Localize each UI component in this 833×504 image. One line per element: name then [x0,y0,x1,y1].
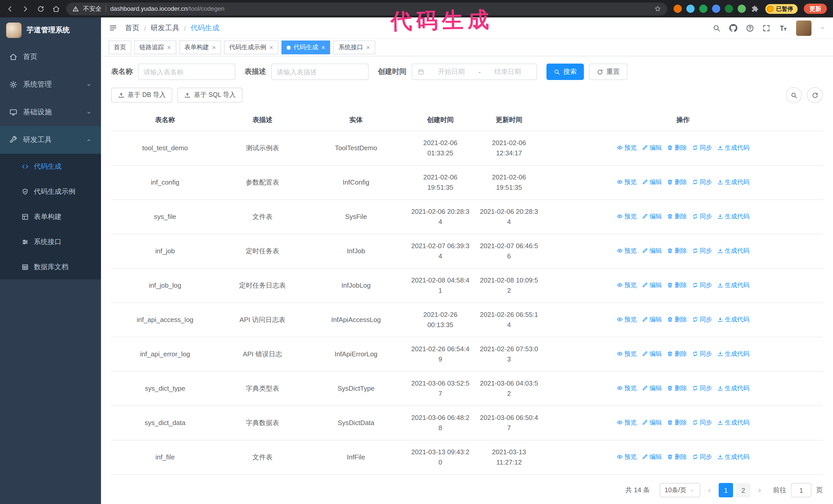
row-action-preview[interactable]: 预览 [617,246,637,256]
row-action-delete[interactable]: 删除 [667,280,687,290]
row-action-preview[interactable]: 预览 [617,417,637,428]
user-avatar[interactable] [796,20,811,35]
table-name-input[interactable] [138,64,235,80]
sidebar-item-system[interactable]: 系统管理 [0,71,101,98]
breadcrumb-item[interactable]: 首页 [125,23,139,32]
refresh-table-button[interactable] [807,87,823,103]
row-action-preview[interactable]: 预览 [617,143,637,153]
tab-home[interactable]: 首页 [109,41,131,54]
page-button-1[interactable]: 1 [719,483,733,497]
extension-icon[interactable] [712,5,720,13]
row-action-edit[interactable]: 编辑 [642,349,662,359]
row-action-sync[interactable]: 同步 [692,349,712,359]
row-action-edit[interactable]: 编辑 [642,452,662,462]
sidebar-subitem-system-api[interactable]: 系统接口 [0,229,101,254]
puzzle-extension-icon[interactable] [751,4,759,13]
tab-form-builder[interactable]: 表单构建× [179,41,221,54]
tab-codegen[interactable]: 代码生成× [281,41,330,54]
table-desc-input[interactable] [271,64,368,80]
sidebar-subitem-db-doc[interactable]: 数据库文档 [0,254,101,280]
sidebar-subitem-form-builder[interactable]: 表单构建 [0,204,101,229]
tab-close-icon[interactable]: × [366,44,370,51]
header-search-icon[interactable] [713,24,721,32]
sidebar-subitem-codegen[interactable]: 代码生成 [0,154,101,179]
row-action-sync[interactable]: 同步 [692,280,712,290]
extension-icon[interactable] [686,5,695,13]
page-button-2[interactable]: 2 [736,483,751,497]
import-sql-button[interactable]: 基于 SQL 导入 [177,88,242,102]
row-action-generate[interactable]: 生成代码 [717,211,749,221]
search-button[interactable]: 搜索 [546,64,584,80]
row-action-edit[interactable]: 编辑 [642,177,662,187]
row-action-sync[interactable]: 同步 [692,246,712,256]
row-action-preview[interactable]: 预览 [617,211,637,221]
tab-tracer[interactable]: 链路追踪× [134,41,176,54]
help-icon[interactable] [746,24,754,32]
font-size-icon[interactable] [779,23,788,32]
extension-icon[interactable] [725,5,733,13]
row-action-generate[interactable]: 生成代码 [717,383,749,393]
row-action-edit[interactable]: 编辑 [642,246,662,256]
row-action-edit[interactable]: 编辑 [642,143,662,153]
address-bar[interactable]: 不安全 dashboard.yudao.iocoder.cn/tool/code… [66,2,667,15]
row-action-generate[interactable]: 生成代码 [717,280,749,290]
row-action-preview[interactable]: 预览 [617,280,637,290]
tab-codegen-example[interactable]: 代码生成示例× [224,41,278,54]
back-icon[interactable] [6,5,14,13]
sidebar-item-home[interactable]: 首页 [0,43,101,71]
row-action-delete[interactable]: 删除 [667,452,687,462]
row-action-delete[interactable]: 删除 [667,383,687,393]
row-action-preview[interactable]: 预览 [617,314,637,325]
row-action-edit[interactable]: 编辑 [642,383,662,393]
row-action-preview[interactable]: 预览 [617,177,637,187]
row-action-delete[interactable]: 删除 [667,211,687,221]
sidebar-item-infra[interactable]: 基础设施 [0,98,101,126]
row-action-sync[interactable]: 同步 [692,211,712,221]
toggle-search-button[interactable] [786,87,802,103]
date-range-picker[interactable]: 开始日期 - 结束日期 [412,64,537,80]
import-db-button[interactable]: 基于 DB 导入 [111,88,172,102]
row-action-delete[interactable]: 删除 [667,417,687,428]
prev-page-button[interactable]: ‹ [705,485,714,495]
paused-badge[interactable]: 已暂停 [765,4,798,14]
chrome-update-button[interactable]: 更新 [804,4,827,14]
row-action-sync[interactable]: 同步 [692,177,712,187]
tab-close-icon[interactable]: × [269,44,273,51]
row-action-delete[interactable]: 删除 [667,177,687,187]
fullscreen-icon[interactable] [762,24,770,32]
bookmark-star-icon[interactable] [654,5,661,12]
reload-icon[interactable] [37,5,45,13]
row-action-sync[interactable]: 同步 [692,452,712,462]
tab-system-api[interactable]: 系统接口× [333,41,375,54]
breadcrumb-item[interactable]: 代码生成 [191,23,219,32]
row-action-generate[interactable]: 生成代码 [717,452,749,462]
row-action-generate[interactable]: 生成代码 [717,246,749,256]
tab-close-icon[interactable]: × [212,44,216,51]
row-action-generate[interactable]: 生成代码 [717,143,749,153]
row-action-delete[interactable]: 删除 [667,143,687,153]
row-action-generate[interactable]: 生成代码 [717,177,749,187]
reset-button[interactable]: 重置 [589,64,627,80]
home-icon[interactable] [52,5,60,13]
row-action-sync[interactable]: 同步 [692,383,712,393]
row-action-delete[interactable]: 删除 [667,246,687,256]
page-size-select[interactable]: 10条/页 [660,483,700,497]
row-action-delete[interactable]: 删除 [667,349,687,359]
row-action-preview[interactable]: 预览 [617,452,637,462]
row-action-sync[interactable]: 同步 [692,314,712,325]
row-action-generate[interactable]: 生成代码 [717,349,749,359]
hamburger-icon[interactable] [109,24,117,32]
row-action-sync[interactable]: 同步 [692,143,712,153]
caret-down-icon[interactable] [820,25,825,31]
extension-icon[interactable] [673,5,682,13]
extension-icon[interactable] [699,5,708,13]
github-icon[interactable] [729,24,738,32]
row-action-edit[interactable]: 编辑 [642,314,662,325]
row-action-preview[interactable]: 预览 [617,383,637,393]
forward-icon[interactable] [22,5,29,13]
row-action-edit[interactable]: 编辑 [642,280,662,290]
tab-close-icon[interactable]: × [322,44,325,51]
sidebar-subitem-codegen-example[interactable]: 代码生成示例 [0,179,101,204]
extension-icon[interactable] [738,5,746,13]
next-page-button[interactable]: › [755,485,764,495]
